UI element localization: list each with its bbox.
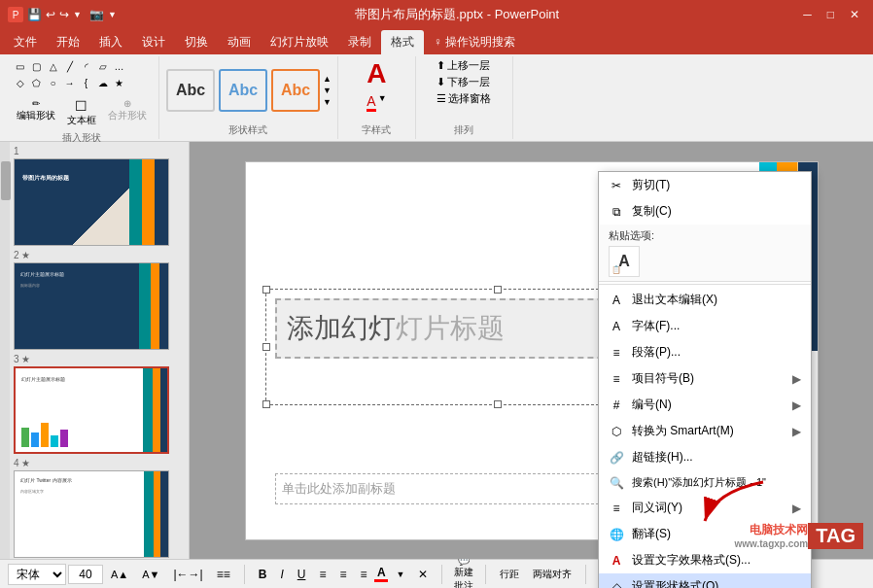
quick-access-save[interactable]: 💾 — [27, 8, 42, 21]
slide-thumb-1[interactable]: 1 带图片布局的标题 — [14, 146, 185, 246]
paste-clipboard-icon: 📋 — [611, 265, 621, 274]
window-minimize[interactable]: ─ — [797, 8, 818, 21]
shape-more[interactable]: … — [112, 58, 127, 74]
underline-btn[interactable]: U — [292, 566, 312, 583]
handle-top-center[interactable] — [494, 286, 502, 294]
align-left-btn[interactable]: ≡ — [313, 566, 332, 583]
shape-round-rect[interactable]: ▢ — [29, 58, 45, 74]
align-right-btn[interactable]: ≡ — [354, 566, 372, 583]
tab-search[interactable]: ♀ 操作说明搜索 — [424, 30, 525, 54]
align-center-btn[interactable]: ≡ — [333, 566, 352, 583]
handle-bottom-center[interactable] — [494, 400, 502, 408]
menu-shape-format-label: 设置形状格式(O)... — [632, 578, 801, 588]
shape-rect[interactable]: ▭ — [13, 58, 28, 74]
watermark-tag: TAG — [808, 523, 863, 549]
text-columns[interactable]: ≡≡ — [211, 566, 236, 583]
handle-bottom-left[interactable] — [262, 400, 270, 408]
select-pane-btn[interactable]: ☰ 选择窗格 — [436, 91, 491, 106]
menu-bullets[interactable]: ≡ 项目符号(B) ▶ — [599, 365, 811, 392]
tab-record[interactable]: 录制 — [338, 30, 381, 54]
quick-access-redo[interactable]: ↪ — [59, 8, 69, 21]
line-spacing-btn[interactable]: 行距 — [494, 566, 525, 583]
tab-slideshow[interactable]: 幻灯片放映 — [261, 30, 338, 54]
window-close[interactable]: ✕ — [844, 8, 865, 21]
divider-3 — [485, 565, 486, 584]
menu-exit-text[interactable]: A 退出文本编辑(X) — [599, 284, 811, 313]
style-swatch-3[interactable]: Abc — [271, 69, 320, 112]
font-size-input[interactable] — [68, 565, 103, 584]
char-style-dropdown[interactable]: ▼ — [378, 93, 387, 112]
tab-insert[interactable]: 插入 — [89, 30, 132, 54]
menu-smartart[interactable]: ⬡ 转换为 SmartArt(M) ▶ — [599, 418, 811, 444]
handle-top-left[interactable] — [262, 286, 270, 294]
text-spacing[interactable]: |←→| — [167, 566, 208, 583]
style-swatch-2[interactable]: Abc — [219, 69, 267, 112]
menu-text-effect[interactable]: A 设置文字效果格式(S)... — [599, 547, 811, 573]
shape-arc[interactable]: ◜ — [79, 58, 94, 74]
style-swatch-1[interactable]: Abc — [166, 69, 215, 112]
tab-transition[interactable]: 切换 — [175, 30, 218, 54]
font-size-up[interactable]: A▲ — [105, 567, 134, 582]
italic-btn[interactable]: I — [274, 566, 289, 583]
textbox-btn[interactable]: ☐ 文本框 — [63, 96, 100, 129]
shape-brace[interactable]: { — [79, 75, 94, 90]
edit-shape-btn[interactable]: ✏ 编辑形状 — [13, 96, 59, 129]
quick-access-undo[interactable]: ↩ — [46, 8, 55, 21]
tab-format[interactable]: 格式 — [381, 30, 424, 54]
style-dropdown[interactable]: ▼ — [323, 97, 332, 107]
tab-home[interactable]: 开始 — [47, 30, 89, 54]
slide-image-3[interactable]: 幻灯片主题展示标题 — [14, 366, 169, 454]
quick-access-expand[interactable]: ▼ — [108, 10, 117, 19]
menu-shape-format[interactable]: ◇ 设置形状格式(O)... — [599, 573, 811, 588]
paste-btn-A[interactable]: A 📋 — [609, 246, 640, 277]
slide-image-4[interactable]: 幻灯片 Twitter 内容展示 内容区域文字 — [14, 470, 169, 558]
slide-thumb-4[interactable]: 4 ★ 幻灯片 Twitter 内容展示 内容区域文字 — [14, 458, 185, 558]
up-layer-btn[interactable]: ⬆ 上移一层 — [436, 58, 490, 73]
menu-hyperlink[interactable]: 🔗 超链接(H)... — [599, 444, 811, 470]
font-selector[interactable]: 宋体 — [8, 564, 66, 585]
shape-star[interactable]: ★ — [112, 75, 127, 90]
menu-numbering[interactable]: # 编号(N) ▶ — [599, 392, 811, 418]
shape-pentagon[interactable]: ⬠ — [29, 75, 45, 90]
shape-arrow[interactable]: → — [62, 75, 78, 90]
customize-quick-access[interactable]: ▼ — [73, 10, 82, 19]
shape-tri[interactable]: △ — [46, 58, 61, 74]
tab-design[interactable]: 设计 — [132, 30, 175, 54]
slide-panel-scrollbar[interactable] — [0, 142, 10, 559]
style-scroll-up[interactable]: ▲ — [323, 74, 332, 84]
text-color-dropdown[interactable]: ▼ — [390, 568, 410, 581]
merge-shape-btn[interactable]: ⊕ 合并形状 — [104, 96, 151, 129]
slide-thumb-3[interactable]: 3 ★ 幻灯片主题展示标题 — [14, 354, 185, 454]
down-layer-icon: ⬇ — [436, 76, 445, 88]
slide-image-1[interactable]: 带图片布局的标题 — [14, 158, 169, 246]
char-color-A[interactable]: A — [367, 93, 375, 112]
scrollbar-thumb[interactable] — [1, 161, 11, 200]
shape-cloud[interactable]: ☁ — [95, 75, 111, 90]
window-restore[interactable]: □ — [821, 8, 840, 21]
shape-para[interactable]: ▱ — [95, 58, 111, 74]
style-scroll-down[interactable]: ▼ — [323, 86, 332, 95]
shape-circle[interactable]: ○ — [46, 75, 61, 90]
tab-file[interactable]: 文件 — [4, 30, 47, 54]
menu-copy[interactable]: ⧉ 复制(C) — [599, 198, 811, 225]
font-size-down[interactable]: A▼ — [136, 567, 165, 582]
shape-diamond[interactable]: ◇ — [13, 75, 28, 90]
clear-format-btn[interactable]: ✕ — [412, 566, 434, 583]
group-arrange-label: 排列 — [454, 123, 473, 137]
watermark-site-name: 电脑技术网 — [735, 522, 809, 538]
slide-image-2[interactable]: 幻灯片主题展示标题 副标题内容 — [14, 262, 169, 350]
quick-access-3[interactable]: 📷 — [89, 8, 104, 21]
menu-cut[interactable]: ✂ 剪切(T) — [599, 172, 811, 198]
shape-line[interactable]: ╱ — [62, 58, 78, 74]
menu-font[interactable]: A 字体(F)... — [599, 313, 811, 339]
bold-btn[interactable]: B — [253, 566, 273, 583]
slide-thumb-2[interactable]: 2 ★ 幻灯片主题展示标题 副标题内容 — [14, 250, 185, 350]
menu-paragraph[interactable]: ≡ 段落(P)... — [599, 339, 811, 365]
tab-animation[interactable]: 动画 — [218, 30, 261, 54]
group-arrange: ⬆ 上移一层 ⬇ 下移一层 ☰ 选择窗格 排列 — [416, 56, 513, 139]
justify-btn[interactable]: 两端对齐 — [527, 566, 577, 583]
font-color-A[interactable]: A — [377, 566, 386, 579]
handle-middle-left[interactable] — [262, 343, 270, 351]
title-text: 带图片布局的标题.pptx - PowerPoint — [355, 7, 559, 21]
down-layer-btn[interactable]: ⬇ 下移一层 — [436, 75, 490, 89]
